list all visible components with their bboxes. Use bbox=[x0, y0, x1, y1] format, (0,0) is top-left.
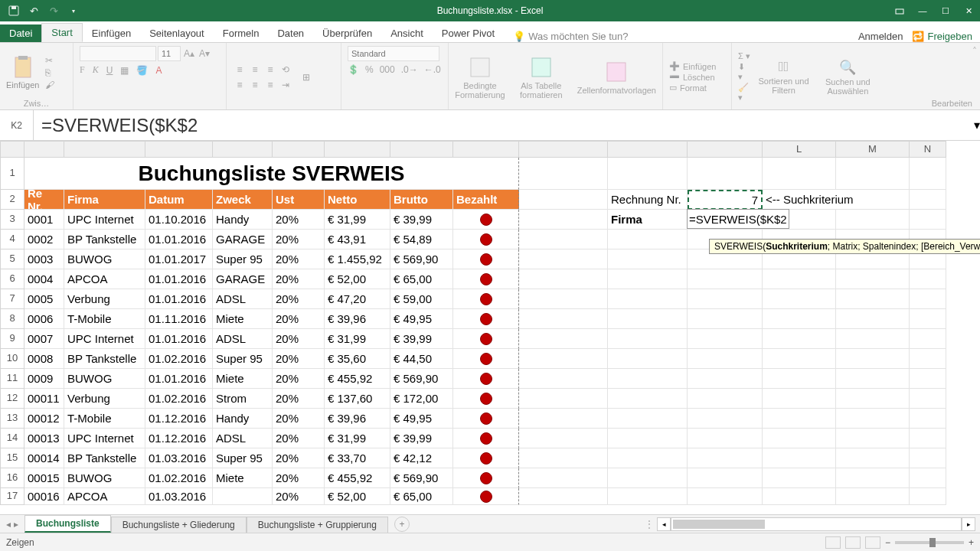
cell[interactable] bbox=[519, 230, 608, 249]
table-cell[interactable]: Super 95 bbox=[213, 448, 273, 468]
tab-view[interactable]: Ansicht bbox=[381, 24, 433, 42]
col-header[interactable] bbox=[145, 141, 213, 158]
table-cell[interactable]: € 31,99 bbox=[325, 329, 390, 349]
new-sheet-button[interactable]: + bbox=[394, 517, 410, 532]
sheet-tab-1[interactable]: Buchungsliste + Gliederung bbox=[111, 517, 247, 533]
table-cell[interactable]: 01.01.2016 bbox=[145, 230, 213, 249]
table-header[interactable]: Bezahlt bbox=[453, 190, 519, 210]
table-cell[interactable] bbox=[453, 468, 519, 488]
table-cell[interactable]: € 49,95 bbox=[390, 409, 453, 429]
font-size-combo[interactable] bbox=[158, 46, 181, 61]
align-middle-icon[interactable]: ≡ bbox=[248, 63, 262, 77]
border-icon[interactable]: ▦ bbox=[120, 65, 129, 76]
cell[interactable] bbox=[608, 249, 688, 269]
cell[interactable] bbox=[688, 389, 763, 409]
table-cell[interactable] bbox=[453, 269, 519, 289]
table-cell[interactable]: 20% bbox=[273, 409, 325, 429]
col-header[interactable] bbox=[390, 141, 453, 158]
table-cell[interactable]: 20% bbox=[273, 429, 325, 448]
row-header[interactable]: 17 bbox=[0, 488, 24, 505]
table-cell[interactable]: 0002 bbox=[24, 230, 64, 249]
hscroll-track[interactable] bbox=[671, 517, 962, 531]
format-cells-button[interactable]: ▭Format bbox=[669, 83, 716, 93]
table-cell[interactable]: 01.03.2016 bbox=[145, 488, 213, 505]
table-cell[interactable]: 20% bbox=[273, 249, 325, 269]
table-cell[interactable] bbox=[453, 249, 519, 269]
col-header[interactable] bbox=[453, 141, 519, 158]
table-cell[interactable] bbox=[453, 429, 519, 448]
table-cell[interactable]: € 47,20 bbox=[325, 289, 390, 309]
save-icon[interactable] bbox=[6, 3, 21, 18]
align-left-icon[interactable]: ≡ bbox=[233, 78, 247, 92]
find-select-button[interactable]: 🔍Suchen und Auswählen bbox=[817, 59, 879, 96]
maximize-icon[interactable]: ☐ bbox=[934, 0, 957, 21]
sheet-tab-2[interactable]: Buchungsliste + Gruppierung bbox=[247, 517, 388, 533]
table-cell[interactable]: 01.12.2016 bbox=[145, 429, 213, 448]
cell[interactable] bbox=[763, 349, 836, 369]
table-cell[interactable]: Strom bbox=[213, 389, 273, 409]
cell[interactable] bbox=[763, 309, 836, 329]
hscroll-thumb[interactable] bbox=[673, 520, 765, 529]
cell[interactable] bbox=[836, 158, 910, 190]
cell[interactable] bbox=[910, 468, 946, 488]
cell[interactable] bbox=[688, 409, 763, 429]
cell[interactable] bbox=[519, 468, 608, 488]
select-all-corner[interactable] bbox=[0, 141, 24, 158]
decrease-decimal-icon[interactable]: ←.0 bbox=[424, 64, 441, 75]
table-cell[interactable]: 0009 bbox=[24, 369, 64, 389]
cell[interactable] bbox=[608, 369, 688, 389]
table-cell[interactable]: 20% bbox=[273, 269, 325, 289]
undo-icon[interactable]: ↶ bbox=[26, 3, 41, 18]
table-header[interactable]: Datum bbox=[145, 190, 213, 210]
decrease-font-icon[interactable]: A▾ bbox=[198, 47, 211, 60]
table-cell[interactable]: € 54,89 bbox=[390, 230, 453, 249]
cell[interactable] bbox=[688, 269, 763, 289]
table-cell[interactable]: € 49,95 bbox=[390, 309, 453, 329]
format-as-table-button[interactable]: Als Tabelle formatieren bbox=[516, 55, 567, 99]
cell[interactable] bbox=[836, 488, 910, 505]
cell[interactable] bbox=[910, 269, 946, 289]
table-cell[interactable]: € 31,99 bbox=[325, 210, 390, 230]
tab-pagelayout[interactable]: Seitenlayout bbox=[140, 24, 214, 42]
table-cell[interactable]: ADSL bbox=[213, 329, 273, 349]
zoom-slider-knob[interactable] bbox=[929, 538, 936, 547]
table-cell[interactable]: Handy bbox=[213, 210, 273, 230]
increase-decimal-icon[interactable]: .0→ bbox=[401, 64, 418, 75]
cell[interactable] bbox=[688, 349, 763, 369]
cell[interactable] bbox=[608, 429, 688, 448]
col-header[interactable] bbox=[64, 141, 145, 158]
cell[interactable] bbox=[763, 468, 836, 488]
cell[interactable] bbox=[910, 448, 946, 468]
tab-review[interactable]: Überprüfen bbox=[313, 24, 381, 42]
cell[interactable] bbox=[608, 329, 688, 349]
clear-icon[interactable]: 🧹 ▾ bbox=[738, 83, 750, 103]
paste-button[interactable]: Einfügen bbox=[6, 56, 39, 90]
table-cell[interactable]: 01.02.2016 bbox=[145, 389, 213, 409]
tab-insert[interactable]: Einfügen bbox=[83, 24, 140, 42]
cell[interactable] bbox=[763, 269, 836, 289]
cell[interactable] bbox=[519, 210, 608, 230]
table-cell[interactable]: BUWOG bbox=[64, 468, 145, 488]
row-header[interactable]: 9 bbox=[0, 329, 24, 349]
active-editing-cell[interactable]: =SVERWEIS($K$2 bbox=[687, 209, 789, 229]
table-cell[interactable]: 20% bbox=[273, 309, 325, 329]
table-cell[interactable]: 0005 bbox=[24, 289, 64, 309]
cell[interactable] bbox=[608, 289, 688, 309]
cell[interactable] bbox=[910, 389, 946, 409]
table-cell[interactable]: Super 95 bbox=[213, 349, 273, 369]
cell[interactable] bbox=[910, 309, 946, 329]
fill-icon[interactable]: ⬇ ▾ bbox=[738, 62, 750, 82]
tab-file[interactable]: Datei bbox=[0, 24, 41, 42]
rechnung-nr-value[interactable]: 7 bbox=[688, 190, 763, 210]
table-cell[interactable] bbox=[453, 389, 519, 409]
cell[interactable] bbox=[763, 389, 836, 409]
table-cell[interactable]: € 39,96 bbox=[325, 309, 390, 329]
col-header[interactable] bbox=[213, 141, 273, 158]
col-header[interactable] bbox=[688, 141, 763, 158]
bold-button[interactable]: F bbox=[80, 64, 85, 76]
table-cell[interactable]: Miete bbox=[213, 369, 273, 389]
font-name-combo[interactable] bbox=[80, 46, 156, 61]
close-icon[interactable]: ✕ bbox=[957, 0, 980, 21]
table-cell[interactable]: Verbung bbox=[64, 389, 145, 409]
row-header[interactable]: 16 bbox=[0, 468, 24, 488]
